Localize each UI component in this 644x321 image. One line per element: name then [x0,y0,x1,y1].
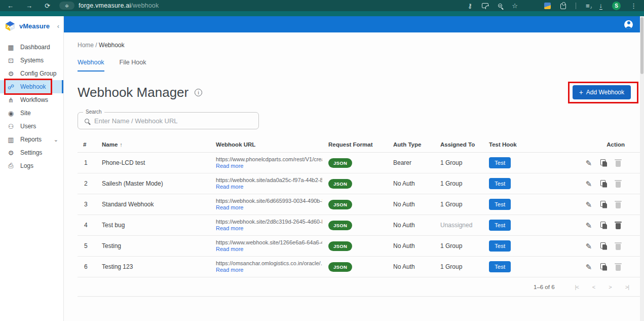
webhook-name: Testing [97,242,211,249]
sidebar-item-users[interactable]: ⚇ Users [0,120,63,133]
test-button[interactable]: Test [489,240,511,252]
test-button[interactable]: Test [489,178,511,189]
copy-icon[interactable] [600,222,607,229]
sidebar-item-label: Systems [20,57,44,64]
edit-icon[interactable]: ✎ [585,159,592,167]
delete-icon[interactable] [616,244,621,250]
sidebar-item-icon: ☍ [7,83,15,91]
read-more-link[interactable]: Read more [216,267,243,273]
sidebar-item-icon: ⚙ [7,70,15,78]
copy-icon[interactable] [600,201,607,208]
zoom-out-icon[interactable] [498,4,502,8]
read-more-link[interactable]: Read more [216,184,243,190]
browser-menu-icon[interactable]: ⋮ [630,3,637,9]
test-button[interactable]: Test [489,220,511,231]
copy-icon[interactable] [600,263,607,271]
auth-type: No Auth [388,201,435,208]
last-page-icon[interactable]: >| [625,284,629,290]
breadcrumb-current: Webhook [99,42,124,49]
sidebar-item-config-group[interactable]: ⚙ Config Group [0,67,63,80]
copy-icon[interactable] [600,159,607,167]
sidebar-item-icon: ⚙ [7,149,15,157]
next-page-icon[interactable]: > [609,284,611,290]
cast-save-icon[interactable] [482,3,488,8]
delete-icon[interactable] [616,202,621,208]
extensions-puzzle-icon[interactable] [560,4,566,9]
copy-icon[interactable] [600,242,607,250]
sort-asc-icon: ↑ [120,141,123,148]
vertical-scrollbar[interactable] [640,16,644,321]
col-test-hook: Test Hook [482,141,560,148]
sidebar-item-webhook[interactable]: ☍ Webhook [0,80,63,93]
address-bar[interactable]: ≑ forge.vmeasure.ai/webhook [59,2,159,10]
webhook-name: Phone-LCD test [97,159,211,166]
delete-icon[interactable] [616,223,621,229]
edit-icon[interactable]: ✎ [585,201,592,208]
format-badge: JSON [328,158,352,168]
sidebar-item-label: Reports [20,136,42,143]
copy-icon[interactable] [600,180,607,188]
tab-file-hook[interactable]: File Hook [120,59,146,72]
format-badge: JSON [328,221,352,230]
sidebar-item-settings[interactable]: ⚙ Settings [0,146,63,159]
col-name[interactable]: Name↑ [97,141,211,148]
test-button[interactable]: Test [489,261,511,272]
site-settings-icon[interactable]: ≑ [59,2,74,10]
browser-profile-avatar[interactable]: S [612,2,621,10]
webhook-url: https://omsanchar.omlogistics.co.in/orac… [216,260,322,266]
table-row: 1 Phone-LCD test https://www.phonelcdpar… [78,153,640,173]
table-header-row: # Name↑ Webhook URL Request Format Auth … [78,136,640,153]
read-more-link[interactable]: Read more [216,163,243,169]
browser-chrome-strip [0,11,644,16]
back-icon[interactable]: ← [7,3,14,9]
format-badge: JSON [328,262,352,272]
downloads-icon[interactable]: ↓ [599,2,603,10]
extension-icon[interactable] [544,3,551,9]
row-number: 1 [78,159,97,166]
delete-icon[interactable] [616,161,621,167]
url-host: forge.vmeasure.ai [79,2,131,9]
row-number: 3 [78,201,97,208]
sidebar-item-workflows[interactable]: ⋔ Workflows [0,93,63,106]
sidebar-item-site[interactable]: ◉ Site [0,106,63,120]
edit-icon[interactable]: ✎ [585,242,592,250]
sidebar-item-logs[interactable]: ⎙ Logs [0,159,63,172]
breadcrumb-home[interactable]: Home [78,42,94,49]
tab-webhook[interactable]: Webhook [78,59,104,72]
read-more-link[interactable]: Read more [216,225,243,231]
table-row: 5 Testing https://www.webhook.site/1266e… [78,236,640,257]
url-path: /webhook [131,2,159,9]
sidebar-item-systems[interactable]: ⊡ Systems [0,54,63,67]
info-icon[interactable]: i [195,89,202,96]
reload-icon[interactable]: ⟳ [45,3,50,9]
forward-icon[interactable]: → [26,3,32,9]
read-more-link[interactable]: Read more [216,246,243,252]
edit-icon[interactable]: ✎ [585,180,592,188]
add-webhook-button[interactable]: + Add Webhook [573,85,631,99]
delete-icon[interactable] [616,265,621,271]
read-more-link[interactable]: Read more [216,204,243,210]
account-icon[interactable] [624,20,633,29]
sidebar-item-reports[interactable]: ▥ Reports ⌄ [0,133,63,146]
prev-page-icon[interactable]: < [592,284,595,290]
sidebar-item-label: Dashboard [20,44,50,51]
first-page-icon[interactable]: |< [575,284,579,290]
col-request-format: Request Format [323,141,388,148]
scrollbar-thumb[interactable] [640,17,643,74]
playlist-icon[interactable]: ≡ [586,3,590,9]
auth-type: Bearer [388,159,435,166]
bookmark-star-icon[interactable]: ☆ [512,3,518,9]
edit-icon[interactable]: ✎ [585,263,592,271]
table-body: 1 Phone-LCD test https://www.phonelcdpar… [78,153,640,277]
sidebar-item-dashboard[interactable]: ▦ Dashboard [0,41,63,54]
sidebar-item-icon: ▥ [7,136,15,144]
password-key-icon[interactable]: ⚷ [468,3,473,9]
edit-icon[interactable]: ✎ [585,222,592,229]
sidebar-collapse-icon[interactable]: ‹ [57,22,59,30]
search-input[interactable] [89,117,258,125]
test-button[interactable]: Test [489,157,511,168]
delete-icon[interactable] [616,182,621,188]
col-number: # [78,141,97,148]
test-button[interactable]: Test [489,199,511,210]
row-number: 5 [78,242,97,249]
